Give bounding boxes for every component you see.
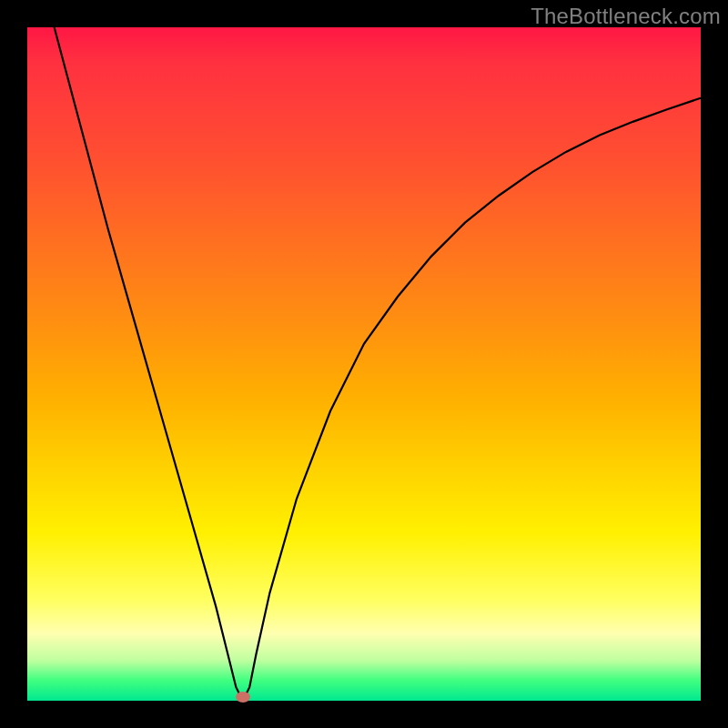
bottleneck-curve xyxy=(27,27,701,701)
watermark-text: TheBottleneck.com xyxy=(531,4,721,29)
optimal-point-marker xyxy=(236,692,250,703)
chart-container: TheBottleneck.com xyxy=(0,0,728,728)
